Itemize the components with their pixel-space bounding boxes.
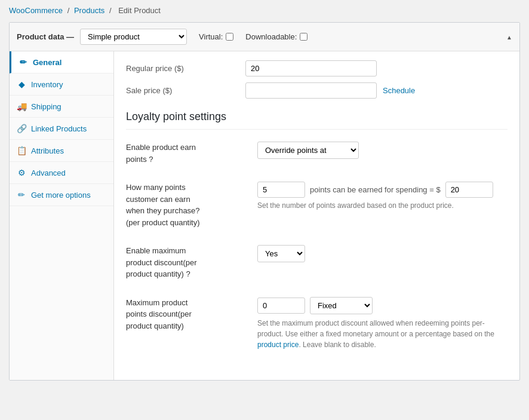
sale-price-input[interactable] [245,82,377,99]
product-data-body: ✏ General ◆ Inventory 🚚 Shipping 🔗 Linke… [10,51,519,380]
how-many-points-control: points can be earned for spending = $ Se… [257,182,493,210]
product-type-select[interactable]: Simple product Variable product Grouped … [80,29,187,45]
how-many-points-row: How many pointscustomer can earnwhen the… [126,182,508,233]
enable-earn-select[interactable]: Override points at Yes No [257,142,359,159]
sidebar: ✏ General ◆ Inventory 🚚 Shipping 🔗 Linke… [10,51,114,380]
loyalty-title: Loyalty point settings [126,111,508,130]
regular-price-row: Regular price ($) [126,60,508,76]
sale-price-row: Sale price ($) Schedule [126,82,508,99]
advanced-icon: ⚙ [17,168,26,177]
page-wrapper: WooCommerce / Products / Edit Product Pr… [0,0,529,387]
sidebar-item-get-more-options[interactable]: ✏ Get more options [10,184,113,206]
max-points-discount-label: Maximum productpoints discount(perproduc… [126,298,192,330]
sidebar-item-linked-products[interactable]: 🔗 Linked Products [10,118,113,140]
general-icon: ✏ [19,57,28,67]
how-many-points-label: How many pointscustomer can earnwhen the… [126,183,200,227]
sidebar-linked-products-label: Linked Products [31,124,87,133]
get-more-options-icon: ✏ [17,190,26,200]
enable-max-discount-control: Yes No [257,245,305,262]
sidebar-item-shipping[interactable]: 🚚 Shipping [10,96,113,118]
sidebar-shipping-label: Shipping [31,102,61,111]
discount-row: Fixed Percentage [257,297,508,314]
points-help-text: Set the number of points awarded based o… [257,201,493,210]
main-content: Regular price ($) Sale price ($) Schedul… [114,51,519,380]
enable-max-discount-row: Enable maximumproduct discount(perproduc… [126,245,508,285]
breadcrumb-sep2: / [109,6,112,15]
header-options: Virtual: Downloadable: [199,32,307,41]
enable-max-discount-select[interactable]: Yes No [257,245,305,262]
product-price-link[interactable]: product price [257,341,299,349]
breadcrumb-current: Edit Product [118,6,161,15]
product-data-header: Product data — Simple product Variable p… [10,23,519,51]
linked-products-icon: 🔗 [17,124,26,133]
max-points-help-text: Set the maximum product discount allowed… [257,318,508,350]
max-points-discount-control: Fixed Percentage Set the maximum product… [257,297,508,350]
breadcrumb: WooCommerce / Products / Edit Product [9,6,520,15]
loyalty-section: Loyalty point settings Enable product ea… [126,111,508,350]
schedule-link[interactable]: Schedule [383,86,415,95]
enable-earn-points-row: Enable product earnpoints ? Override poi… [126,142,508,170]
collapse-button[interactable] [506,33,512,41]
virtual-label: Virtual: [199,32,223,41]
sidebar-item-attributes[interactable]: 📋 Attributes [10,140,113,162]
virtual-option[interactable]: Virtual: [199,32,233,41]
regular-price-label: Regular price ($) [126,64,245,73]
sale-price-label: Sale price ($) [126,86,245,95]
sidebar-item-advanced[interactable]: ⚙ Advanced [10,162,113,184]
sidebar-attributes-label: Attributes [31,146,64,155]
sidebar-advanced-label: Advanced [31,168,66,177]
points-value-input[interactable] [257,182,305,198]
sidebar-item-general[interactable]: ✏ General [10,51,113,73]
max-points-input[interactable] [257,298,305,314]
sidebar-inventory-label: Inventory [31,80,63,89]
downloadable-option[interactable]: Downloadable: [245,32,307,41]
enable-max-discount-label: Enable maximumproduct discount(perproduc… [126,246,197,278]
sidebar-item-inventory[interactable]: ◆ Inventory [10,73,113,96]
breadcrumb-sep1: / [67,6,70,15]
enable-earn-control: Override points at Yes No [257,142,359,159]
inventory-icon: ◆ [17,79,26,89]
downloadable-checkbox[interactable] [300,33,307,41]
attributes-icon: 📋 [17,146,26,155]
discount-type-select[interactable]: Fixed Percentage [310,297,373,314]
spending-value-input[interactable] [445,182,493,198]
breadcrumb-woocommerce[interactable]: WooCommerce [9,6,63,15]
enable-earn-label: Enable product earnpoints ? [126,143,196,164]
product-data-panel: Product data — Simple product Variable p… [9,22,520,381]
downloadable-label: Downloadable: [245,32,297,41]
sidebar-general-label: General [33,58,61,67]
points-middle-text: points can be earned for spending = $ [310,185,441,194]
price-section: Regular price ($) Sale price ($) Schedul… [126,60,508,99]
sidebar-get-more-options-label: Get more options [31,191,91,200]
shipping-icon: 🚚 [17,102,26,111]
virtual-checkbox[interactable] [226,33,233,41]
product-data-title: Product data — [17,32,74,41]
breadcrumb-products[interactable]: Products [74,6,104,15]
max-points-discount-row: Maximum productpoints discount(perproduc… [126,297,508,350]
regular-price-input[interactable] [245,60,377,76]
points-row: points can be earned for spending = $ [257,182,493,198]
collapse-icon [506,33,512,41]
